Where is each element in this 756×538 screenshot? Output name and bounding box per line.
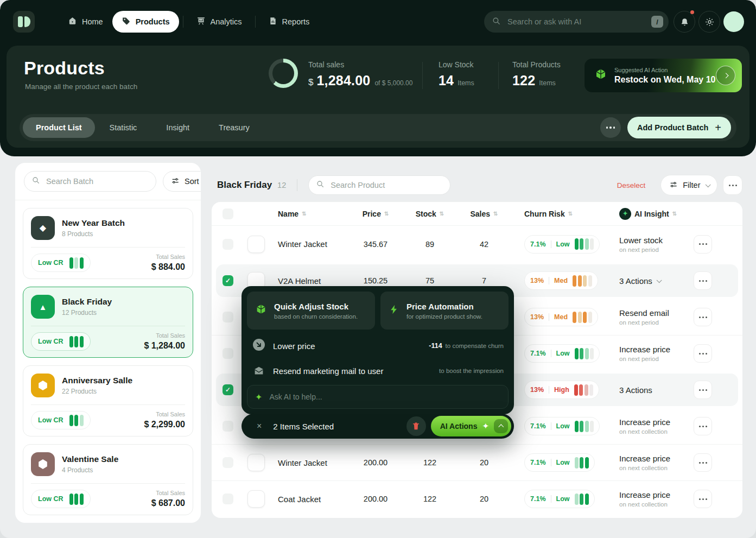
table-row[interactable]: Coat Jacket 200.00 122 20 7.1% Low Incre… [212,480,742,517]
row-checkbox[interactable] [223,493,233,504]
ai-action-go-button[interactable] [716,66,735,85]
churn-percent: 7.1% [530,422,546,430]
ai-suggestion-card[interactable]: Suggested AI Action Restock on Wed, May … [585,59,742,92]
churn-percent: 7.1% [530,350,546,357]
row-menu-button[interactable] [694,453,712,472]
sort-arrows-icon: ⇅ [384,211,389,217]
app-logo[interactable] [13,11,35,33]
nav-item-label: Home [82,17,103,26]
popup-card-title: Quick Adjust Stock [274,302,358,311]
table-row[interactable]: Winter Jacket 345.67 89 42 7.1% Low Lowe… [212,226,742,262]
row-checkbox[interactable] [223,384,233,395]
row-checkbox[interactable] [223,421,233,432]
churn-rate-label: Low CR [38,416,63,424]
popup-card-title: Price Automation [406,302,482,311]
product-name: Winter Jacket [278,458,348,467]
row-menu-button[interactable] [694,344,712,363]
global-search-input[interactable] [506,17,646,27]
row-menu-button[interactable] [694,308,712,326]
row-menu-button[interactable] [694,271,712,290]
quick-adjust-stock-card[interactable]: Quick Adjust Stock based on churn consid… [247,292,375,330]
ai-insight-cell: Increase price on next period [601,345,686,362]
ask-ai-field[interactable]: ✦ [247,385,509,409]
total-sales-label: Total Sales [151,254,185,260]
total-products-value: 122 [512,73,535,88]
column-header-ai-insight[interactable]: ✦AI Insight⇅ [601,208,686,220]
panel-more-button[interactable] [723,175,742,195]
nav-item-home[interactable]: Home [59,11,112,33]
batch-icon [31,374,55,397]
churn-bars-icon [575,457,589,469]
product-search[interactable] [308,175,450,195]
clear-selection-button[interactable]: × [253,421,265,432]
churn-risk-badge: 13% Med [524,308,598,326]
row-menu-button[interactable] [694,417,712,435]
column-header-price[interactable]: Price⇅ [348,210,403,218]
bolt-icon [389,304,399,317]
row-checkbox[interactable] [223,312,233,322]
column-header-sales[interactable]: Sales⇅ [457,210,511,218]
total-sales-value: $ 884.00 [151,262,185,272]
row-checkbox[interactable] [223,457,233,468]
row-checkbox[interactable] [223,348,233,359]
batch-card[interactable]: ◆ New Year Batch 8 Products Low CR Total… [23,208,193,279]
ask-ai-input[interactable] [268,392,500,402]
sort-arrows-icon: ⇅ [568,211,573,217]
churn-percent: 7.1% [530,240,546,248]
tab-statistic[interactable]: Statistic [95,117,152,138]
logo-mark-icon [24,16,30,27]
row-menu-button[interactable] [694,490,712,508]
global-search[interactable]: / [484,11,669,33]
select-all-checkbox[interactable] [223,208,233,219]
lower-price-action[interactable]: Lower price -114 to compensate churn [247,334,509,358]
batch-name: Black Friday [62,297,112,307]
ai-actions-button[interactable]: AI Actions ✦ [431,416,511,436]
more-options-button[interactable] [600,117,621,138]
tab-insight[interactable]: Insight [151,117,204,138]
badge-divider [549,313,549,321]
tab-product-list[interactable]: Product List [23,117,95,138]
batch-product-count: 22 Products [62,388,132,395]
row-menu-button[interactable] [694,235,712,254]
batch-card[interactable]: ▲ Black Friday 12 Products Low CR Total … [23,287,193,358]
product-price: 345.67 [348,240,403,249]
sort-arrows-icon: ⇅ [672,211,677,217]
row-menu-button[interactable] [694,381,712,399]
nav-item-analytics[interactable]: Analytics [187,11,251,33]
search-icon [31,176,40,187]
user-avatar[interactable] [723,11,744,32]
tab-treasury[interactable]: Treasury [204,117,264,138]
churn-bars-icon [69,493,84,505]
page-subtitle: Manage all the product each batch [25,83,137,91]
ai-insight-cell[interactable]: 3 Actions [601,276,686,286]
column-header-churn-risk[interactable]: Churn Risk⇅ [511,210,601,218]
product-stock: 122 [403,495,457,503]
price-automation-card[interactable]: Price Automation for optimized product s… [380,292,509,330]
batch-search[interactable] [24,171,156,192]
filter-button[interactable]: Filter [660,175,717,195]
product-search-input[interactable] [329,180,443,190]
batch-card[interactable]: Valentine Sale 4 Products Low CR Total S… [23,444,193,515]
row-checkbox[interactable] [223,275,233,286]
notifications-button[interactable] [674,11,695,33]
nav-item-reports[interactable]: Reports [259,11,319,33]
deselect-button[interactable]: Deselect [614,181,649,190]
sliders-icon [669,180,678,191]
batch-search-input[interactable] [45,176,149,186]
ellipsis-icon [699,426,701,427]
churn-bars-icon [69,336,84,347]
delete-selected-button[interactable] [406,416,426,436]
column-header-name[interactable]: Name⇅ [278,210,348,218]
nav-item-products[interactable]: Products [112,11,179,33]
sort-button[interactable]: Sort [163,171,201,192]
ai-insight-cell[interactable]: 3 Actions [601,385,686,395]
churn-bars-icon [575,493,589,505]
row-checkbox[interactable] [223,239,233,250]
column-header-stock[interactable]: Stock⇅ [403,210,457,218]
close-icon: × [257,421,262,431]
add-product-batch-button[interactable]: Add Product Batch + [627,117,731,138]
resend-mail-action[interactable]: Resend marketing mail to user to boost t… [247,359,509,383]
batch-card[interactable]: Anniversary Salle 22 Products Low CR Tot… [23,365,193,436]
settings-button[interactable] [698,11,720,33]
table-row[interactable]: Winter Jacket 200.00 122 20 7.1% Low Inc… [212,444,742,480]
